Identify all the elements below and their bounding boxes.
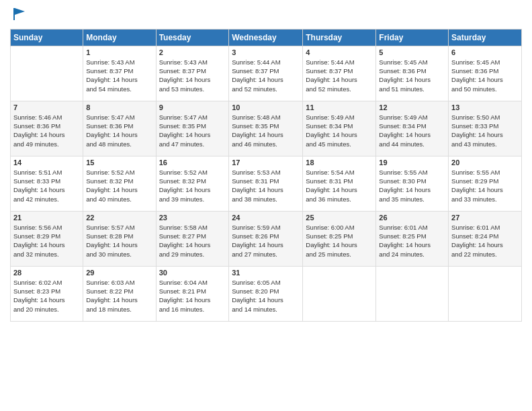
day-info: Sunrise: 6:00 AM Sunset: 8:25 PM Dayligh… bbox=[306, 223, 373, 259]
calendar-table: SundayMondayTuesdayWednesdayThursdayFrid… bbox=[10, 29, 522, 322]
day-cell: 25Sunrise: 6:00 AM Sunset: 8:25 PM Dayli… bbox=[303, 211, 376, 266]
header-cell-friday: Friday bbox=[376, 29, 449, 46]
day-cell: 13Sunrise: 5:50 AM Sunset: 8:33 PM Dayli… bbox=[449, 101, 522, 156]
day-info: Sunrise: 5:43 AM Sunset: 8:37 PM Dayligh… bbox=[159, 58, 226, 93]
day-number: 7 bbox=[13, 103, 80, 111]
day-info: Sunrise: 5:52 AM Sunset: 8:32 PM Dayligh… bbox=[86, 168, 152, 203]
page: SundayMondayTuesdayWednesdayThursdayFrid… bbox=[0, 0, 532, 411]
day-number: 17 bbox=[232, 158, 300, 167]
day-info: Sunrise: 6:04 AM Sunset: 8:21 PM Dayligh… bbox=[159, 278, 226, 314]
day-cell: 3Sunrise: 5:44 AM Sunset: 8:37 PM Daylig… bbox=[229, 46, 303, 101]
day-number: 11 bbox=[306, 103, 373, 111]
logo-flag-icon bbox=[11, 7, 26, 21]
day-number: 19 bbox=[379, 158, 445, 167]
header bbox=[10, 7, 522, 25]
day-info: Sunrise: 6:03 AM Sunset: 8:22 PM Dayligh… bbox=[86, 278, 152, 314]
day-info: Sunrise: 5:47 AM Sunset: 8:36 PM Dayligh… bbox=[86, 113, 152, 148]
header-row: SundayMondayTuesdayWednesdayThursdayFrid… bbox=[11, 29, 522, 46]
week-row-2: 7Sunrise: 5:46 AM Sunset: 8:36 PM Daylig… bbox=[11, 101, 522, 156]
day-number: 6 bbox=[451, 48, 519, 56]
day-cell: 21Sunrise: 5:56 AM Sunset: 8:29 PM Dayli… bbox=[11, 211, 83, 266]
week-row-1: 1Sunrise: 5:43 AM Sunset: 8:37 PM Daylig… bbox=[11, 46, 522, 101]
day-info: Sunrise: 5:54 AM Sunset: 8:31 PM Dayligh… bbox=[306, 168, 373, 203]
day-info: Sunrise: 5:45 AM Sunset: 8:36 PM Dayligh… bbox=[379, 58, 445, 93]
day-cell bbox=[449, 266, 522, 321]
day-cell: 5Sunrise: 5:45 AM Sunset: 8:36 PM Daylig… bbox=[376, 46, 449, 101]
day-cell: 14Sunrise: 5:51 AM Sunset: 8:33 PM Dayli… bbox=[11, 156, 83, 211]
day-cell: 15Sunrise: 5:52 AM Sunset: 8:32 PM Dayli… bbox=[83, 156, 156, 211]
day-number: 4 bbox=[306, 48, 373, 56]
day-number: 21 bbox=[13, 214, 80, 222]
day-number: 23 bbox=[159, 214, 226, 222]
day-info: Sunrise: 5:49 AM Sunset: 8:34 PM Dayligh… bbox=[306, 113, 373, 148]
week-row-4: 21Sunrise: 5:56 AM Sunset: 8:29 PM Dayli… bbox=[11, 211, 522, 266]
day-info: Sunrise: 5:49 AM Sunset: 8:34 PM Dayligh… bbox=[379, 113, 445, 148]
day-info: Sunrise: 5:44 AM Sunset: 8:37 PM Dayligh… bbox=[306, 58, 373, 93]
day-number: 1 bbox=[86, 48, 152, 56]
day-cell: 7Sunrise: 5:46 AM Sunset: 8:36 PM Daylig… bbox=[11, 101, 83, 156]
day-cell: 2Sunrise: 5:43 AM Sunset: 8:37 PM Daylig… bbox=[156, 46, 229, 101]
day-number: 13 bbox=[451, 103, 519, 111]
day-info: Sunrise: 5:47 AM Sunset: 8:35 PM Dayligh… bbox=[159, 113, 226, 148]
day-cell: 19Sunrise: 5:55 AM Sunset: 8:30 PM Dayli… bbox=[376, 156, 449, 211]
day-cell: 9Sunrise: 5:47 AM Sunset: 8:35 PM Daylig… bbox=[156, 101, 229, 156]
day-number: 30 bbox=[159, 269, 226, 277]
header-cell-wednesday: Wednesday bbox=[229, 29, 303, 46]
day-cell: 27Sunrise: 6:01 AM Sunset: 8:24 PM Dayli… bbox=[449, 211, 522, 266]
day-number: 14 bbox=[13, 158, 80, 167]
day-number: 31 bbox=[232, 269, 300, 277]
day-cell: 4Sunrise: 5:44 AM Sunset: 8:37 PM Daylig… bbox=[303, 46, 376, 101]
day-cell: 17Sunrise: 5:53 AM Sunset: 8:31 PM Dayli… bbox=[229, 156, 303, 211]
day-cell: 20Sunrise: 5:55 AM Sunset: 8:29 PM Dayli… bbox=[449, 156, 522, 211]
day-number: 18 bbox=[306, 158, 373, 167]
logo bbox=[10, 7, 26, 25]
header-cell-monday: Monday bbox=[83, 29, 156, 46]
day-number: 15 bbox=[86, 158, 152, 167]
day-cell: 28Sunrise: 6:02 AM Sunset: 8:23 PM Dayli… bbox=[11, 266, 83, 321]
day-info: Sunrise: 6:02 AM Sunset: 8:23 PM Dayligh… bbox=[13, 278, 80, 314]
day-number: 8 bbox=[86, 103, 152, 111]
day-info: Sunrise: 5:55 AM Sunset: 8:30 PM Dayligh… bbox=[379, 168, 445, 203]
day-info: Sunrise: 5:50 AM Sunset: 8:33 PM Dayligh… bbox=[451, 113, 519, 148]
day-info: Sunrise: 5:51 AM Sunset: 8:33 PM Dayligh… bbox=[13, 168, 80, 203]
day-number: 26 bbox=[379, 214, 445, 222]
header-cell-sunday: Sunday bbox=[11, 29, 83, 46]
day-info: Sunrise: 5:58 AM Sunset: 8:27 PM Dayligh… bbox=[159, 223, 226, 259]
day-cell: 8Sunrise: 5:47 AM Sunset: 8:36 PM Daylig… bbox=[83, 101, 156, 156]
day-number: 20 bbox=[451, 158, 519, 167]
day-info: Sunrise: 5:52 AM Sunset: 8:32 PM Dayligh… bbox=[159, 168, 226, 203]
day-cell: 1Sunrise: 5:43 AM Sunset: 8:37 PM Daylig… bbox=[83, 46, 156, 101]
day-info: Sunrise: 5:59 AM Sunset: 8:26 PM Dayligh… bbox=[232, 223, 300, 259]
day-cell: 22Sunrise: 5:57 AM Sunset: 8:28 PM Dayli… bbox=[83, 211, 156, 266]
day-cell: 12Sunrise: 5:49 AM Sunset: 8:34 PM Dayli… bbox=[376, 101, 449, 156]
day-cell: 26Sunrise: 6:01 AM Sunset: 8:25 PM Dayli… bbox=[376, 211, 449, 266]
day-info: Sunrise: 6:01 AM Sunset: 8:25 PM Dayligh… bbox=[379, 223, 445, 259]
day-info: Sunrise: 5:45 AM Sunset: 8:36 PM Dayligh… bbox=[451, 58, 519, 93]
day-number: 3 bbox=[232, 48, 300, 56]
day-number: 9 bbox=[159, 103, 226, 111]
day-info: Sunrise: 5:53 AM Sunset: 8:31 PM Dayligh… bbox=[232, 168, 300, 203]
day-number: 16 bbox=[159, 158, 226, 167]
day-number: 24 bbox=[232, 214, 300, 222]
day-info: Sunrise: 5:44 AM Sunset: 8:37 PM Dayligh… bbox=[232, 58, 300, 93]
day-number: 10 bbox=[232, 103, 300, 111]
day-number: 27 bbox=[451, 214, 519, 222]
day-info: Sunrise: 6:01 AM Sunset: 8:24 PM Dayligh… bbox=[451, 223, 519, 259]
day-info: Sunrise: 5:55 AM Sunset: 8:29 PM Dayligh… bbox=[451, 168, 519, 203]
day-cell bbox=[376, 266, 449, 321]
day-info: Sunrise: 5:48 AM Sunset: 8:35 PM Dayligh… bbox=[232, 113, 300, 148]
day-number: 12 bbox=[379, 103, 445, 111]
day-cell: 30Sunrise: 6:04 AM Sunset: 8:21 PM Dayli… bbox=[156, 266, 229, 321]
week-row-5: 28Sunrise: 6:02 AM Sunset: 8:23 PM Dayli… bbox=[11, 266, 522, 321]
header-cell-saturday: Saturday bbox=[449, 29, 522, 46]
day-cell: 18Sunrise: 5:54 AM Sunset: 8:31 PM Dayli… bbox=[303, 156, 376, 211]
day-cell: 31Sunrise: 6:05 AM Sunset: 8:20 PM Dayli… bbox=[229, 266, 303, 321]
day-number: 5 bbox=[379, 48, 445, 56]
header-cell-thursday: Thursday bbox=[303, 29, 376, 46]
day-cell: 16Sunrise: 5:52 AM Sunset: 8:32 PM Dayli… bbox=[156, 156, 229, 211]
day-number: 28 bbox=[13, 269, 80, 277]
day-number: 25 bbox=[306, 214, 373, 222]
day-info: Sunrise: 5:43 AM Sunset: 8:37 PM Dayligh… bbox=[86, 58, 152, 93]
day-cell: 24Sunrise: 5:59 AM Sunset: 8:26 PM Dayli… bbox=[229, 211, 303, 266]
day-cell bbox=[11, 46, 83, 101]
